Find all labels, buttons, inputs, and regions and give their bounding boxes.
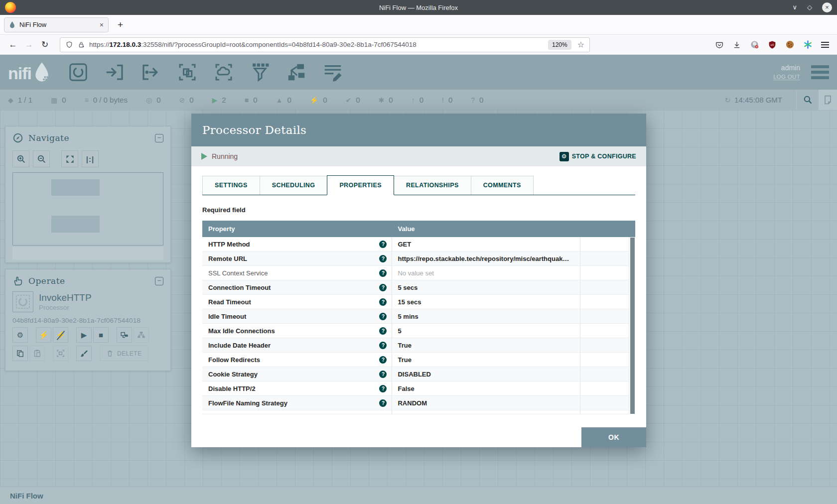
property-row[interactable]: Idle Timeout?5 mins	[202, 309, 629, 324]
address-bar[interactable]: https://172.18.0.3:32558/nifi/?processGr…	[60, 37, 590, 52]
input-port-tool-icon[interactable]	[105, 62, 125, 82]
selected-component-name: InvokeHTTP	[39, 292, 92, 303]
zoom-out-button[interactable]	[33, 150, 50, 167]
status-value: 0	[323, 96, 327, 104]
browser-tab[interactable]: NiFi Flow ×	[4, 17, 109, 32]
breadcrumb[interactable]: NiFi Flow	[10, 492, 43, 500]
screen: NiFi Flow — Mozilla Firefox ∨ ◇ × NiFi F…	[0, 0, 837, 504]
property-value[interactable]: 5 secs	[392, 280, 580, 294]
property-value[interactable]: GET	[392, 237, 580, 251]
stop-and-configure-button[interactable]: ⚙ STOP & CONFIGURE	[559, 152, 636, 161]
property-value[interactable]: No value set	[392, 266, 580, 280]
new-tab-button[interactable]: +	[118, 19, 123, 30]
disable-button[interactable]: ⚡	[53, 327, 68, 343]
bulletin-board-button[interactable]	[819, 90, 837, 110]
collapse-navigate-button[interactable]: −	[155, 134, 163, 142]
process-group-tool-icon[interactable]	[177, 62, 197, 82]
status-item-cubes: ◆1 / 1	[8, 96, 32, 104]
enable-button[interactable]: ⚡	[36, 327, 51, 343]
tracking-shield-icon[interactable]	[65, 41, 73, 49]
tab-settings[interactable]: SETTINGS	[202, 176, 260, 195]
property-row[interactable]: Follow Redirects?True	[202, 353, 629, 367]
reload-button[interactable]: ↻	[37, 39, 53, 50]
table-scrollbar[interactable]	[629, 237, 635, 414]
property-row[interactable]: SSL Context Service?No value set	[202, 266, 629, 280]
remote-process-group-tool-icon[interactable]	[214, 62, 234, 82]
change-color-button[interactable]	[76, 346, 92, 361]
property-value[interactable]: True	[392, 338, 580, 352]
property-name: FlowFile Naming Strategy	[208, 399, 379, 407]
menu-button[interactable]	[821, 40, 829, 49]
collapse-operate-button[interactable]: −	[155, 277, 163, 285]
property-value[interactable]: https://repo.stackable.tech/repository/m…	[392, 252, 580, 265]
tab-scheduling[interactable]: SCHEDULING	[260, 176, 328, 195]
start-button[interactable]: ▶	[76, 327, 92, 343]
property-row[interactable]: Disable HTTP/2?False	[202, 381, 629, 396]
actual-size-button[interactable]: |:|	[82, 150, 99, 167]
zoom-in-button[interactable]	[12, 150, 29, 167]
global-menu-button[interactable]	[811, 63, 829, 82]
downloads-icon[interactable]	[732, 40, 741, 49]
lock-icon[interactable]	[77, 41, 85, 49]
property-row[interactable]: Include Date Header?True	[202, 338, 629, 353]
search-button[interactable]	[797, 90, 819, 110]
property-row[interactable]: FlowFile Naming Strategy?RANDOM	[202, 396, 629, 410]
property-value[interactable]: RANDOM	[392, 396, 580, 410]
property-value[interactable]: False	[392, 381, 580, 395]
label-tool-icon[interactable]	[323, 62, 343, 82]
ok-button[interactable]: OK	[581, 427, 646, 447]
property-row[interactable]: Connection Timeout?5 secs	[202, 280, 629, 295]
url-text[interactable]: https://172.18.0.3:32558/nifi/?processGr…	[89, 41, 544, 48]
property-value[interactable]: DISABLED	[392, 367, 580, 381]
property-row[interactable]: Cookie Strategy?DISABLED	[202, 367, 629, 381]
save-flow-version-button[interactable]	[117, 327, 132, 343]
logout-link[interactable]: LOG OUT	[773, 74, 800, 80]
back-button[interactable]: ←	[5, 40, 21, 50]
property-value[interactable]: True	[392, 353, 580, 367]
output-port-tool-icon[interactable]	[141, 62, 161, 82]
minimap-processor-rect	[51, 216, 100, 233]
processor-tool-icon[interactable]	[68, 62, 88, 82]
refresh-icon[interactable]: ↻	[724, 96, 730, 104]
tab-close-button[interactable]: ×	[100, 21, 104, 29]
property-value[interactable]: 5	[392, 324, 580, 338]
tab-properties[interactable]: PROPERTIES	[327, 175, 394, 195]
birdseye-minimap[interactable]	[12, 172, 163, 246]
extension-colorful-icon[interactable]	[803, 40, 813, 49]
extension-ublock-icon[interactable]: uO	[768, 40, 777, 49]
status-item-stopped: ■0	[245, 96, 258, 104]
nifi-status-bar: ◆1 / 1▦0≡0 / 0 bytes◎0⊘0▶2■0▲0⚡0✔0✱0↑0!0…	[0, 90, 837, 110]
property-row[interactable]: Proxy Configuration Service?No value set	[202, 410, 629, 414]
property-value[interactable]: 5 mins	[392, 309, 580, 323]
tab-comments[interactable]: COMMENTS	[471, 176, 534, 195]
stop-button[interactable]: ■	[93, 327, 109, 343]
funnel-tool-icon[interactable]	[250, 62, 270, 82]
group-components-button[interactable]	[134, 327, 149, 343]
bookmark-star-icon[interactable]: ☆	[577, 40, 584, 49]
property-row[interactable]: Read Timeout?15 secs	[202, 295, 629, 309]
property-value[interactable]: No value set	[392, 410, 580, 414]
window-close-button[interactable]: ×	[822, 2, 832, 12]
property-row[interactable]: Remote URL?https://repo.stackable.tech/r…	[202, 252, 629, 266]
tab-bar: NiFi Flow × +	[0, 15, 837, 35]
property-row[interactable]: HTTP Method?GET	[202, 237, 629, 252]
property-row[interactable]: Max Idle Connections?5	[202, 324, 629, 338]
property-value[interactable]: 15 secs	[392, 295, 580, 309]
extension-cookie-icon[interactable]	[785, 40, 795, 49]
template-tool-icon[interactable]	[286, 62, 306, 82]
scrollbar-thumb[interactable]	[630, 238, 635, 414]
zoom-level-badge[interactable]: 120%	[548, 40, 571, 50]
window-minimize-button[interactable]: ∨	[792, 2, 797, 12]
create-template-button[interactable]	[53, 346, 68, 361]
pocket-icon[interactable]	[715, 40, 724, 49]
window-maximize-button[interactable]: ◇	[807, 2, 812, 12]
property-name: Connection Timeout	[208, 284, 379, 291]
copy-button[interactable]	[12, 346, 28, 361]
forward-button[interactable]: →	[21, 40, 37, 50]
tab-relationships[interactable]: RELATIONSHIPS	[394, 176, 471, 195]
paste-button[interactable]	[29, 346, 45, 361]
extension-privacy-icon[interactable]	[750, 40, 759, 49]
zoom-fit-button[interactable]	[61, 150, 78, 167]
delete-button[interactable]: DELETE	[100, 346, 148, 361]
configure-button[interactable]: ⚙	[12, 327, 28, 343]
